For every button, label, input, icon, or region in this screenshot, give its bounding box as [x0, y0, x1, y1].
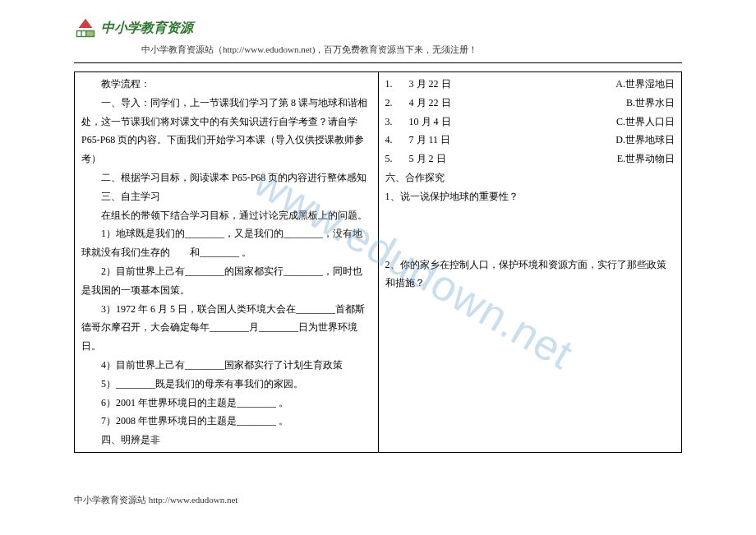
section-1-intro: 一、导入：同学们，上一节课我们学习了第 8 课与地球和谐相处，这一节课我们将对课… — [81, 94, 371, 168]
match-num: 5. — [385, 150, 393, 168]
question-6: 6）2001 年世界环境日的主题是________ 。 — [81, 394, 371, 413]
match-num: 3. — [385, 113, 393, 131]
match-date: 3 月 22 日 — [393, 75, 616, 94]
match-item-4: 4. 7 月 11 日 D.世界地球日 — [385, 131, 675, 150]
match-option: E.世界动物日 — [617, 150, 675, 168]
coop-q2: 2、你的家乡在控制人口，保护环境和资源方面，实行了那些政策和措施？ — [385, 256, 675, 293]
section-6-title: 六、合作探究 — [385, 168, 675, 187]
svg-rect-2 — [82, 31, 85, 36]
section-4: 四、明辨是非 — [81, 431, 371, 450]
q1-part-b: 和________ 。 — [190, 247, 251, 258]
match-date: 7 月 11 日 — [393, 131, 616, 150]
match-num: 4. — [385, 131, 393, 150]
header-subtitle: 中小学教育资源站（http://www.edudown.net)，百万免费教育资… — [0, 44, 756, 62]
match-date: 5 月 2 日 — [393, 150, 617, 168]
site-logo-icon — [74, 16, 97, 39]
question-3: 3）1972 年 6 月 5 日，联合国人类环境大会在________首都斯德哥… — [81, 300, 371, 356]
coop-q1: 1、说一说保护地球的重要性？ — [385, 187, 675, 206]
section-2: 二、根据学习目标，阅读课本 P65-P68 页的内容进行整体感知 — [81, 168, 371, 187]
match-item-5: 5. 5 月 2 日 E.世界动物日 — [385, 150, 675, 168]
question-1: 1）地球既是我们的________，又是我们的________，没有地球就没有我… — [81, 224, 371, 262]
section-3: 三、自主学习 — [81, 187, 371, 206]
match-item-1: 1. 3 月 22 日 A.世界湿地日 — [385, 75, 675, 94]
match-option: A.世界湿地日 — [615, 75, 675, 94]
match-num: 2. — [385, 94, 393, 113]
left-column: 教学流程： 一、导入：同学们，上一节课我们学习了第 8 课与地球和谐相处，这一节… — [75, 72, 379, 453]
question-7: 7）2008 年世界环境日的主题是________ 。 — [81, 412, 371, 431]
match-item-2: 2. 4 月 22 日 B.世界水日 — [385, 94, 675, 113]
section-3-detail: 在组长的带领下结合学习目标，通过讨论完成黑板上的问题。 — [81, 206, 371, 225]
match-date: 10 月 4 日 — [393, 113, 616, 131]
content-table: 教学流程： 一、导入：同学们，上一节课我们学习了第 8 课与地球和谐相处，这一节… — [74, 71, 682, 453]
question-2: 2）目前世界上己有________的国家都实行________，同时也是我国的一… — [81, 262, 371, 300]
teaching-flow-title: 教学流程： — [81, 75, 371, 94]
question-5: 5）________既是我们的母亲有事我们的家园。 — [81, 375, 371, 394]
svg-rect-4 — [86, 31, 93, 36]
site-logo-text: 中小学教育资源 — [101, 20, 193, 37]
match-num: 1. — [385, 75, 393, 94]
match-option: D.世界地球日 — [615, 131, 675, 150]
right-column: 1. 3 月 22 日 A.世界湿地日 2. 4 月 22 日 B.世界水日 3… — [378, 72, 682, 453]
footer-text: 中小学教育资源站 http://www.edudown.net — [74, 494, 237, 506]
match-item-3: 3. 10 月 4 日 C.世界人口日 — [385, 113, 675, 131]
svg-marker-3 — [79, 19, 93, 28]
match-option: B.世界水日 — [626, 94, 675, 113]
svg-rect-1 — [77, 31, 81, 36]
question-4: 4）目前世界上己有________国家都实行了计划生育政策 — [81, 356, 371, 375]
match-date: 4 月 22 日 — [393, 94, 626, 113]
page-header: 中小学教育资源 — [0, 0, 756, 44]
match-option: C.世界人口日 — [616, 113, 675, 131]
header-divider — [74, 62, 682, 63]
